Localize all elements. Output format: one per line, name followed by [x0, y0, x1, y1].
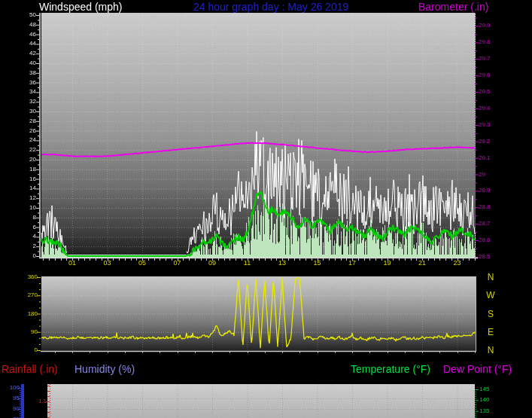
hour-tick-label: 01	[65, 260, 80, 267]
humidity-title: Humidity (%)	[74, 364, 135, 374]
windspeed-ytick-label: 2	[18, 243, 36, 249]
barometer-ytick-label: 29.7	[479, 56, 491, 62]
windspeed-ytick-label: 8	[18, 215, 36, 221]
compass-letter-label: N	[485, 346, 496, 355]
dew-point-title: Dew Point (°F)	[443, 364, 512, 374]
barometer-ytick-label: 28.9	[479, 188, 491, 194]
windspeed-ytick-label: 32	[18, 99, 36, 105]
humidity-ytick-label: 100	[3, 385, 20, 391]
rainfall-ytick-label: 1.1	[30, 398, 47, 404]
barometer-ytick-label: 29	[479, 172, 485, 178]
windspeed-ytick-label: 36	[18, 80, 36, 86]
hour-tick-label: 03	[100, 260, 115, 267]
weather-24h-graph-page: Windspeed (mph) 24 hour graph day : May …	[0, 0, 532, 418]
windspeed-ytick-label: 46	[18, 32, 36, 38]
hour-tick-label: 07	[170, 260, 185, 267]
barometer-ytick-label: 29.9	[479, 23, 491, 29]
barometer-ytick-label: 29.8	[479, 39, 491, 45]
temperature-ytick-label: 140	[479, 397, 489, 403]
barometer-ytick-label: 28.7	[479, 221, 491, 227]
temperature-ytick-label: 145	[479, 386, 489, 392]
temperature-title: Temperature (°F)	[351, 364, 430, 374]
barometer-ytick-label: 28.5	[479, 254, 491, 260]
windspeed-ytick-label: 16	[18, 176, 36, 182]
windspeed-title: Windspeed (mph)	[39, 2, 123, 12]
barometer-ytick-label: 28.8	[479, 204, 491, 210]
compass-letter-label: S	[485, 310, 496, 319]
windspeed-ytick-label: 20	[18, 157, 36, 163]
compass-letter-label: W	[485, 291, 496, 300]
barometer-ytick-label: 29.4	[479, 105, 491, 111]
hour-tick-label: 21	[415, 260, 430, 267]
compass-letter-label: E	[485, 328, 496, 337]
direction-ytick-label: 270	[20, 292, 38, 298]
temperature-ytick-label: 135	[479, 408, 489, 414]
hour-tick-label: 15	[310, 260, 325, 267]
windspeed-ytick-label: 0	[18, 253, 36, 259]
direction-ytick-label: 180	[20, 311, 38, 317]
windspeed-ytick-label: 14	[18, 185, 36, 191]
direction-ytick-label: 360	[20, 274, 38, 280]
direction-ytick-label: 0	[20, 347, 38, 353]
windspeed-ytick-label: 28	[18, 118, 36, 124]
rainfall-title: Rainfall (.in)	[2, 364, 58, 374]
windspeed-ytick-label: 24	[18, 137, 36, 143]
hour-tick-label: 19	[380, 260, 395, 267]
direction-ytick-label: 90	[20, 329, 38, 335]
hour-tick-label: 17	[345, 260, 360, 267]
barometer-ytick-label: 29.5	[479, 89, 491, 95]
hour-tick-label: 05	[135, 260, 150, 267]
windspeed-ytick-label: 48	[18, 22, 36, 28]
barometer-ytick-label: 29.3	[479, 122, 491, 128]
windspeed-ytick-label: 4	[18, 233, 36, 240]
humidity-ytick-label: 95	[3, 395, 20, 401]
windspeed-ytick-label: 38	[18, 70, 36, 76]
barometer-title: Barometer (.in)	[418, 2, 488, 12]
windspeed-ytick-label: 34	[18, 89, 36, 95]
compass-letter-label: N	[485, 273, 496, 282]
barometer-ytick-label: 29.1	[479, 155, 491, 161]
barometer-ytick-label: 28.6	[479, 237, 491, 243]
hour-tick-label: 11	[240, 260, 255, 267]
windspeed-ytick-label: 12	[18, 195, 36, 201]
windspeed-ytick-label: 22	[18, 147, 36, 153]
barometer-ytick-label: 29.6	[479, 72, 491, 78]
hour-tick-label: 09	[205, 260, 220, 267]
weather-graphs-canvas	[0, 0, 532, 418]
graph-day-title: 24 hour graph day : May 26 2019	[193, 2, 348, 12]
windspeed-ytick-label: 50	[18, 12, 36, 18]
windspeed-ytick-label: 42	[18, 50, 36, 56]
barometer-ytick-label: 29.2	[479, 139, 491, 145]
hour-tick-label: 23	[450, 260, 465, 267]
windspeed-ytick-label: 26	[18, 128, 36, 134]
windspeed-ytick-label: 44	[18, 41, 36, 47]
humidity-ytick-label: 90	[3, 406, 20, 412]
windspeed-ytick-label: 10	[18, 205, 36, 211]
hour-tick-label: 13	[275, 260, 290, 267]
windspeed-ytick-label: 40	[18, 60, 36, 66]
windspeed-ytick-label: 18	[18, 166, 36, 172]
windspeed-ytick-label: 6	[18, 224, 36, 230]
windspeed-ytick-label: 30	[18, 108, 36, 114]
